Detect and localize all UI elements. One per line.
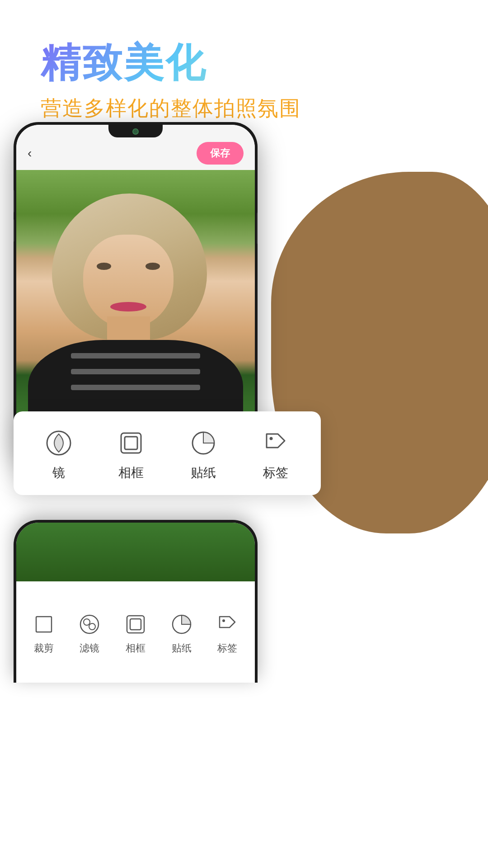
left-eye — [97, 263, 111, 270]
phone-volume-up-button — [14, 190, 14, 212]
page-title: 精致美化 — [41, 36, 301, 90]
sticker-icon — [188, 427, 219, 459]
toolbar-item-tag[interactable]: 标签 — [253, 427, 298, 481]
toolbar-popup: 镜 相框 贴纸 标签 — [14, 411, 321, 495]
header-section: 精致美化 营造多样化的整体拍照氛围 — [41, 36, 301, 123]
tag2-label: 标签 — [217, 642, 237, 655]
sticker2-icon — [169, 612, 194, 637]
toolbar-item-mirror[interactable]: 镜 — [36, 427, 81, 481]
mirror-label: 镜 — [52, 464, 65, 481]
right-eye — [145, 263, 160, 270]
bottom-tool-frame[interactable]: 相框 — [123, 612, 148, 655]
lips — [110, 302, 146, 311]
back-button[interactable]: ‹ — [28, 146, 32, 160]
mirror-icon — [43, 427, 75, 459]
face-element — [83, 235, 174, 328]
filter-icon — [77, 612, 102, 637]
toolbar-item-sticker[interactable]: 贴纸 — [181, 427, 226, 481]
frame2-icon — [123, 612, 148, 637]
bottom-tool-filter[interactable]: 滤镜 — [77, 612, 102, 655]
svg-point-7 — [84, 619, 90, 625]
svg-rect-9 — [127, 616, 144, 633]
bottom-photo-strip — [16, 523, 255, 581]
crop-icon — [31, 612, 56, 637]
front-camera — [132, 128, 139, 135]
phone-notch — [108, 125, 163, 137]
crop-label: 裁剪 — [34, 642, 54, 655]
phone-power-button — [257, 212, 258, 244]
bottom-tool-sticker[interactable]: 贴纸 — [169, 612, 194, 655]
frame2-label: 相框 — [126, 642, 145, 655]
filter-label: 滤镜 — [80, 642, 99, 655]
toolbar-item-frame[interactable]: 相框 — [108, 427, 154, 481]
sticker2-label: 贴纸 — [172, 642, 192, 655]
stripe-3 — [71, 385, 200, 390]
stripe-2 — [71, 369, 200, 374]
svg-point-4 — [270, 437, 273, 440]
frame-icon — [115, 427, 147, 459]
page-subtitle: 营造多样化的整体拍照氛围 — [41, 94, 301, 123]
bottom-tool-tag[interactable]: 标签 — [215, 612, 240, 655]
phone-bottom-inner: 裁剪 滤镜 — [16, 523, 255, 683]
svg-rect-2 — [125, 437, 137, 449]
stripe-1 — [71, 353, 200, 359]
phone-bottom-mockup: 裁剪 滤镜 — [14, 520, 258, 683]
sticker-label: 贴纸 — [191, 464, 216, 481]
tag-icon — [260, 427, 291, 459]
save-button[interactable]: 保存 — [197, 142, 244, 165]
svg-rect-5 — [36, 617, 52, 632]
tag-label: 标签 — [263, 464, 288, 481]
tag2-icon — [215, 612, 240, 637]
svg-point-8 — [89, 623, 95, 630]
phone-volume-down-button — [14, 219, 14, 242]
svg-point-12 — [222, 619, 225, 622]
bottom-tool-crop[interactable]: 裁剪 — [31, 612, 56, 655]
svg-rect-10 — [130, 619, 141, 630]
bottom-toolbar: 裁剪 滤镜 — [16, 581, 255, 683]
frame-label: 相框 — [118, 464, 144, 481]
